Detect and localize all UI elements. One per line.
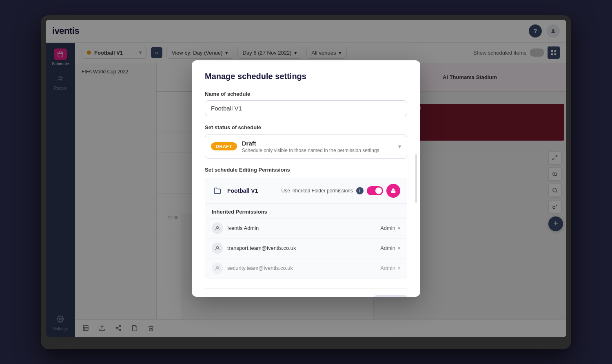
folder-name: Football V1	[227, 188, 258, 194]
perm-user-2: security.team@iventis.co.uk	[227, 265, 376, 271]
folder-icon	[212, 185, 223, 196]
svg-point-37	[217, 266, 219, 268]
permission-row-2: security.team@iventis.co.uk Admin ▾	[205, 258, 407, 278]
perm-role-0: Admin	[380, 225, 395, 231]
perm-role-1: Admin	[380, 245, 395, 251]
inherited-toggle-label: Use inherited Folder permissions	[282, 188, 353, 194]
folder-header: Football V1 Use inherited Folder permiss…	[205, 178, 407, 204]
perm-role-2: Admin	[380, 265, 395, 271]
perm-user-icon-2	[212, 263, 223, 274]
perm-role-select-1[interactable]: Admin ▾	[380, 245, 400, 251]
perm-user-icon-0	[212, 223, 223, 234]
status-description: Schedule only visible to those named in …	[242, 148, 393, 153]
perm-role-select-2[interactable]: Admin ▾	[380, 265, 400, 271]
inherited-permissions-title: Inherited Permissions	[205, 204, 407, 218]
modal-footer: Delete Cancel Save	[205, 288, 407, 297]
lock-icon-button[interactable]	[386, 184, 400, 198]
scrollbar-hint	[415, 154, 417, 203]
status-chevron-icon: ▾	[398, 143, 401, 150]
modal-overlay: Manage schedule settings Name of schedul…	[46, 20, 566, 337]
permissions-section-label: Set schedule Editing Permissions	[205, 167, 407, 173]
status-name: Draft	[242, 140, 393, 147]
folder-permissions-box: Football V1 Use inherited Folder permiss…	[205, 178, 407, 278]
permissions-section: Set schedule Editing Permissions Footbal…	[205, 167, 407, 278]
cancel-button[interactable]: Cancel	[339, 295, 370, 297]
info-icon-button[interactable]: i	[356, 187, 364, 194]
perm-role-chevron-2: ▾	[398, 265, 400, 271]
status-dropdown[interactable]: DRAFT Draft Schedule only visible to tho…	[205, 135, 407, 159]
inherited-toggle-area: Use inherited Folder permissions i	[282, 184, 400, 198]
perm-role-chevron-0: ▾	[398, 225, 400, 231]
perm-role-select-0[interactable]: Admin ▾	[380, 225, 400, 231]
status-section-label: Set status of schedule	[205, 124, 407, 130]
svg-rect-34	[391, 190, 396, 193]
svg-point-36	[217, 246, 219, 248]
modal-title: Manage schedule settings	[205, 72, 407, 81]
inherited-toggle-switch[interactable]	[367, 186, 383, 195]
status-info: Draft Schedule only visible to those nam…	[242, 140, 393, 153]
svg-point-35	[217, 226, 219, 228]
permission-row-0: Iventis Admin Admin ▾	[205, 218, 407, 238]
perm-user-0: Iventis Admin	[227, 225, 376, 231]
schedule-name-input[interactable]	[205, 100, 407, 116]
perm-user-1: transport.team@iventis.co.uk	[227, 245, 376, 251]
save-button[interactable]: Save	[374, 295, 407, 297]
manage-schedule-modal: Manage schedule settings Name of schedul…	[192, 60, 420, 297]
modal-footer-right: Cancel Save	[339, 295, 407, 297]
perm-role-chevron-1: ▾	[398, 245, 400, 251]
name-field-label: Name of schedule	[205, 91, 407, 97]
draft-badge: DRAFT	[211, 142, 237, 150]
permission-row-1: transport.team@iventis.co.uk Admin ▾	[205, 238, 407, 258]
perm-user-icon-1	[212, 243, 223, 254]
